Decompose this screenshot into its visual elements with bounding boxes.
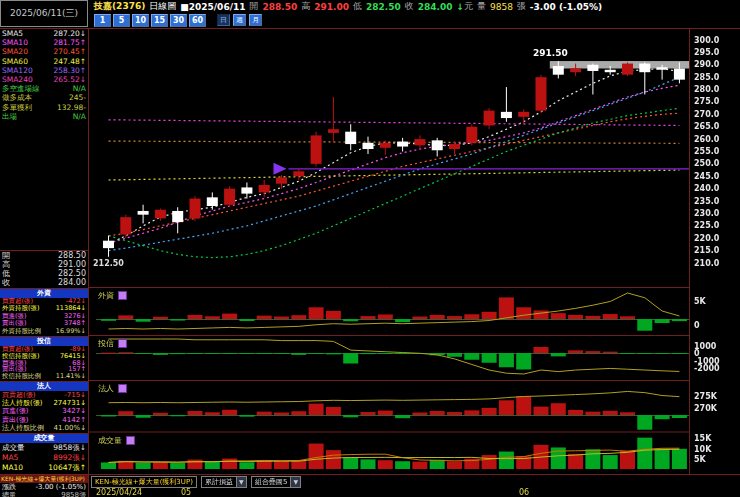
quote-date: ■2025/06/11 [180, 2, 245, 12]
ma-row: SMA5287.20↓ [0, 29, 88, 38]
section-row-label: 投信持股(張) [2, 353, 40, 360]
section-row-label: 法人持股比例 [2, 424, 44, 432]
axis-date-start: 2025/04/24 [96, 488, 142, 497]
section-row: 買進(張)3427↓ [0, 407, 88, 415]
price-tick: 220.0 [694, 234, 719, 243]
section-row-value: 16.99%↓ [56, 328, 86, 335]
section-row-value: 11.41%↓ [56, 373, 86, 380]
ma-row: 做多成本245- [0, 93, 88, 102]
ma-row: 多空進場線N/A [0, 84, 88, 93]
mode-button-日[interactable]: 日 [217, 14, 230, 26]
section-row-label: 外資持股(張) [2, 305, 40, 312]
ma-row: SMA60247.48↑ [0, 57, 88, 66]
section-row-label: 投信持股比例 [2, 373, 41, 380]
volume-value: 9858 [490, 2, 513, 12]
date-box[interactable]: 2025/06/11(三) [0, 0, 88, 27]
section-row: 法人持股比例41.00%↓ [0, 424, 88, 432]
period-button-5[interactable]: 5 [113, 14, 130, 27]
indicator-name-bar: KEN-極光線+爆大量(獲利3UP) [0, 475, 88, 483]
ma-row-label: SMA5 [2, 29, 23, 38]
section-row: 賣出(張)157↑ [0, 366, 88, 373]
panel-tick: 10K [694, 445, 711, 454]
ohlc-row-label: 低 [2, 269, 10, 278]
chevron-down-icon[interactable]: ▼ [290, 477, 300, 487]
price-tick: 250.0 [694, 159, 719, 168]
section-row: MA1010647張↑ [0, 463, 88, 473]
price-tick: 270.0 [694, 110, 719, 119]
panel-tick: 275K [694, 392, 717, 401]
panel-tick: 270K [694, 404, 717, 413]
section-row-value: 4142↑ [62, 416, 86, 424]
dropdown-overlay[interactable]: 組合疊圖5 ▼ [251, 476, 301, 488]
total-volume-label: 總量 [2, 491, 16, 497]
ma-row-label: 出場 [2, 112, 17, 121]
mode-button-月[interactable]: 月 [249, 14, 262, 26]
section-row-label: MA10 [2, 463, 23, 473]
period-button-30[interactable]: 30 [170, 14, 187, 27]
section-row-value: -472↓ [66, 298, 86, 305]
section-row: 法人持股(張)274731↓ [0, 399, 88, 407]
section-header: 成交量 [0, 434, 88, 443]
section-row-label: 買賣超(張) [2, 391, 35, 399]
change-row: 漲跌 -3.00 (-1.05%) [0, 483, 88, 491]
ohlc-row-value: 284.00 [58, 278, 86, 287]
ma-row-value: 247.48↑ [53, 57, 86, 66]
down-arrow-icon: ↓ [456, 2, 464, 12]
period-button-15[interactable]: 15 [151, 14, 168, 27]
period-button-60[interactable]: 60 [189, 14, 206, 27]
section-row-value: 10647張↑ [48, 463, 86, 473]
total-volume-value: 9858張 [61, 491, 86, 497]
ohlc-row-value: 291.00 [58, 260, 86, 269]
mode-button-週[interactable]: 週 [233, 14, 246, 26]
indicator-settings-icon[interactable] [126, 436, 135, 445]
period-button-1[interactable]: 1 [94, 14, 111, 27]
quote-header: 技嘉(2376) 日線圖 ■2025/06/11 開 288.50 高 291.… [94, 0, 740, 13]
sidebar-section-外資: 外資買賣超(張)-472↓外資持股(張)113864↓買進(張)3276↓賣出(… [0, 288, 88, 335]
section-row-value: 157↑ [68, 366, 86, 373]
ma-row-label: 多單獲利 [2, 103, 32, 112]
indicator-settings-icon[interactable] [118, 291, 127, 300]
section-row-value: 3748↑ [64, 320, 86, 327]
section-row-label: 買進(張) [2, 407, 28, 415]
section-row-label: 買進(張) [2, 313, 27, 320]
volume-label: 量 [477, 0, 486, 13]
panel-title-成交量: 成交量 [98, 436, 135, 445]
change-row-value: -3.00 (-1.05%) [35, 483, 86, 491]
period-toolbar: 1510153060日週月 [94, 13, 262, 27]
open-value: 288.50 [262, 2, 297, 12]
section-row: 外資持股(張)113864↓ [0, 305, 88, 312]
price-tick: 210.0 [694, 259, 719, 268]
period-button-10[interactable]: 10 [132, 14, 149, 27]
section-row: 賣出(張)3748↑ [0, 320, 88, 327]
ma-row-label: SMA240 [2, 75, 33, 84]
axis-date-june: 06 [519, 488, 529, 497]
unit-label: 元 [464, 0, 473, 13]
chevron-down-icon[interactable]: ▼ [236, 477, 246, 487]
panel-title-投信: 投信 [98, 339, 127, 348]
panel-tick: 5K [694, 297, 706, 306]
ma-row: SMA240265.52↓ [0, 75, 88, 84]
section-row-label: 買賣超(張) [2, 346, 33, 353]
indicator-settings-icon[interactable] [118, 384, 127, 393]
section-header: 外資 [0, 289, 88, 298]
indicator-controls: KEN-極光線+爆大量(獲利3UP) 累計損益 ▼ 組合疊圖5 ▼ [91, 476, 301, 488]
section-row: 買賣超(張)-89↓ [0, 346, 88, 353]
indicator-settings-icon[interactable] [118, 339, 127, 348]
section-row-value: 41.00%↓ [53, 424, 86, 432]
panel-tick: -2000 [694, 364, 720, 373]
section-row: 投信持股(張)76415↓ [0, 353, 88, 360]
chart-region: 291.50 212.50 300.0295.0290.0285.0280.02… [88, 28, 740, 474]
dropdown-profit[interactable]: 累計損益 ▼ [201, 476, 247, 488]
section-row-value: 3276↓ [64, 313, 86, 320]
main-chart-canvas[interactable] [89, 29, 740, 475]
section-row: 買賣超(張)-472↓ [0, 298, 88, 305]
section-header: 投信 [0, 337, 88, 346]
indicator-tab[interactable]: KEN-極光線+爆大量(獲利3UP) [91, 476, 197, 488]
ohlc-row-value: 288.50 [58, 251, 86, 260]
low-price-label: 212.50 [93, 259, 124, 268]
close-value: 284.00 [418, 2, 453, 12]
ohlc-row-label: 收 [2, 278, 10, 287]
ma-row-value: N/A [73, 84, 86, 93]
section-row-label: 賣出(張) [2, 320, 27, 327]
price-tick: 255.0 [694, 147, 719, 156]
